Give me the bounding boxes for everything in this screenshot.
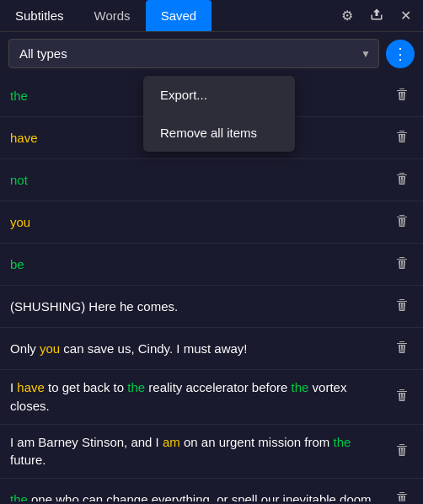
delete-button[interactable] <box>389 294 415 319</box>
list-item: (SHUSHING) Here he comes. <box>0 286 423 328</box>
list-item-text: I am Barney Stinson, and I am on an urge… <box>10 433 389 470</box>
share-icon[interactable] <box>363 3 390 29</box>
list-item-text: not <box>10 171 389 190</box>
list-item-text: be <box>10 255 389 274</box>
close-icon[interactable]: ✕ <box>394 3 418 29</box>
list-item-text: (SHUSHING) Here he comes. <box>10 298 389 316</box>
delete-button[interactable] <box>389 126 415 150</box>
delete-button[interactable] <box>389 384 415 409</box>
menu-button[interactable]: ⋮ <box>386 40 415 68</box>
header: Subtitles Words Saved ⚙ ✕ <box>0 0 423 32</box>
list-item-text: Only you can save us, Cindy. I must away… <box>10 340 389 358</box>
remove-all-item[interactable]: Remove all items <box>143 114 295 152</box>
tab-saved[interactable]: Saved <box>146 0 212 31</box>
type-select-wrapper: All typesWordsSubtitles ▼ <box>8 39 379 68</box>
tab-words[interactable]: Words <box>79 0 146 31</box>
delete-button[interactable] <box>389 168 415 192</box>
list-item-text: the one who can change everything, or sp… <box>10 491 389 501</box>
delete-button[interactable] <box>389 210 415 234</box>
dropdown-menu: Export... Remove all items <box>143 76 295 152</box>
list-item: you <box>0 201 423 244</box>
list-item-text: you <box>10 213 389 232</box>
list-item: be <box>0 244 423 286</box>
header-icons: ⚙ ✕ <box>335 3 423 29</box>
type-select[interactable]: All typesWordsSubtitles <box>8 39 379 68</box>
list-item: I am Barney Stinson, and I am on an urge… <box>0 425 423 480</box>
delete-button[interactable] <box>389 83 415 108</box>
settings-icon[interactable]: ⚙ <box>335 3 360 29</box>
export-item[interactable]: Export... <box>143 76 295 114</box>
list-item: the one who can change everything, or sp… <box>0 479 423 501</box>
list-item: not <box>0 159 423 201</box>
list-item: Only you can save us, Cindy. I must away… <box>0 328 423 370</box>
list-item: I have to get back to the reality accele… <box>0 370 423 425</box>
delete-button[interactable] <box>389 439 415 464</box>
delete-button[interactable] <box>389 252 415 276</box>
delete-button[interactable] <box>389 336 415 361</box>
toolbar: All typesWordsSubtitles ▼ ⋮ Export... Re… <box>0 32 423 75</box>
list-item-text: I have to get back to the reality accele… <box>10 378 389 416</box>
tab-subtitles[interactable]: Subtitles <box>0 0 79 31</box>
delete-button[interactable] <box>389 487 415 501</box>
